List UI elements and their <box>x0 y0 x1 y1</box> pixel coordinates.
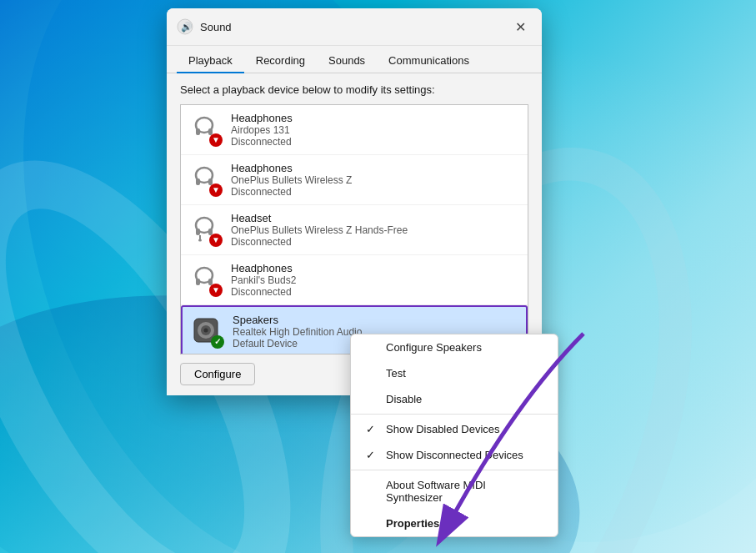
device-name-0: Headphones <box>231 112 519 124</box>
ctx-label-5: About Software MIDI Synthesizer <box>386 479 543 504</box>
ctx-label-3: Show Disabled Devices <box>386 423 543 435</box>
status-badge-1: ▼ <box>209 183 223 197</box>
device-subname-1: OnePlus Bullets Wireless Z <box>231 174 519 186</box>
device-icon-wrap-2: ▼ <box>189 214 223 247</box>
status-badge-2: ▼ <box>209 234 223 247</box>
tab-recording[interactable]: Recording <box>244 49 317 73</box>
tab-sounds[interactable]: Sounds <box>317 49 377 73</box>
ctx-label-2: Disable <box>386 393 543 405</box>
ctx-label-6: Properties <box>386 517 543 530</box>
ctx-item-about-midi[interactable]: About Software MIDI Synthesizer <box>351 472 558 510</box>
svg-text:🔊: 🔊 <box>181 21 193 33</box>
svg-rect-6 <box>196 178 200 185</box>
dialog-titlebar: 🔊 Sound ✕ <box>167 8 542 46</box>
ctx-separator-1 <box>351 414 558 415</box>
device-name-4: Speakers <box>233 314 518 326</box>
device-icon-wrap-3: ▼ <box>189 264 223 297</box>
device-icon-wrap-1: ▼ <box>189 163 223 197</box>
device-subname-3: Pankil's Buds2 <box>231 274 519 286</box>
device-icon-wrap-0: ▼ <box>189 113 223 147</box>
device-state-0: Disconnected <box>231 136 519 148</box>
device-name-2: Headset <box>231 212 519 224</box>
tab-communications[interactable]: Communications <box>377 49 481 73</box>
svg-point-12 <box>198 239 202 241</box>
dialog-title: Sound <box>200 21 508 33</box>
status-badge-0: ▼ <box>209 133 223 147</box>
ctx-item-disable[interactable]: Disable <box>351 386 558 412</box>
status-badge-3: ▼ <box>209 284 223 297</box>
ctx-label-1: Test <box>386 367 543 380</box>
device-info-0: Headphones Airdopes 131 Disconnected <box>231 112 519 148</box>
tab-playback[interactable]: Playback <box>177 49 244 73</box>
ctx-label-0: Configure Speakers <box>386 341 543 354</box>
device-info-1: Headphones OnePlus Bullets Wireless Z Di… <box>231 162 519 198</box>
tabs-bar: Playback Recording Sounds Communications <box>167 46 542 73</box>
device-subname-0: Airdopes 131 <box>231 124 519 136</box>
device-state-2: Disconnected <box>231 236 519 248</box>
ctx-item-show-disconnected[interactable]: ✓ Show Disconnected Devices <box>351 442 558 468</box>
ctx-item-configure-speakers[interactable]: Configure Speakers <box>351 334 558 360</box>
device-item-2[interactable]: ▼ Headset OnePlus Bullets Wireless Z Han… <box>181 205 528 255</box>
ctx-item-test[interactable]: Test <box>351 360 558 386</box>
device-list[interactable]: ▼ Headphones Airdopes 131 Disconnected ▼ <box>180 104 528 354</box>
ctx-check-3: ✓ <box>366 423 379 435</box>
svg-rect-14 <box>196 279 200 285</box>
sound-app-icon: 🔊 <box>177 18 193 35</box>
device-state-1: Disconnected <box>231 186 519 198</box>
ctx-check-4: ✓ <box>366 449 379 461</box>
ctx-item-properties[interactable]: Properties <box>351 510 558 536</box>
ctx-label-4: Show Disconnected Devices <box>386 449 543 461</box>
svg-rect-3 <box>196 128 200 135</box>
device-item-0[interactable]: ▼ Headphones Airdopes 131 Disconnected <box>181 105 528 155</box>
ctx-separator-2 <box>351 470 558 470</box>
device-item-3[interactable]: ▼ Headphones Pankil's Buds2 Disconnected <box>181 255 528 305</box>
device-info-2: Headset OnePlus Bullets Wireless Z Hands… <box>231 212 519 248</box>
ctx-item-show-disabled[interactable]: ✓ Show Disabled Devices <box>351 416 558 442</box>
device-subname-2: OnePlus Bullets Wireless Z Hands-Free <box>231 224 519 236</box>
configure-button[interactable]: Configure <box>180 363 255 385</box>
device-name-1: Headphones <box>231 162 519 174</box>
device-info-3: Headphones Pankil's Buds2 Disconnected <box>231 262 519 298</box>
svg-rect-9 <box>196 229 200 235</box>
context-menu: Configure Speakers Test Disable ✓ Show D… <box>350 334 558 537</box>
status-badge-4: ✓ <box>211 335 224 349</box>
svg-point-19 <box>204 328 208 332</box>
device-name-3: Headphones <box>231 262 519 274</box>
device-state-3: Disconnected <box>231 286 519 298</box>
device-item-1[interactable]: ▼ Headphones OnePlus Bullets Wireless Z … <box>181 155 528 205</box>
device-icon-wrap-4: ✓ <box>191 315 224 349</box>
dialog-close-button[interactable]: ✕ <box>508 15 532 38</box>
dialog-instruction: Select a playback device below to modify… <box>180 83 528 96</box>
